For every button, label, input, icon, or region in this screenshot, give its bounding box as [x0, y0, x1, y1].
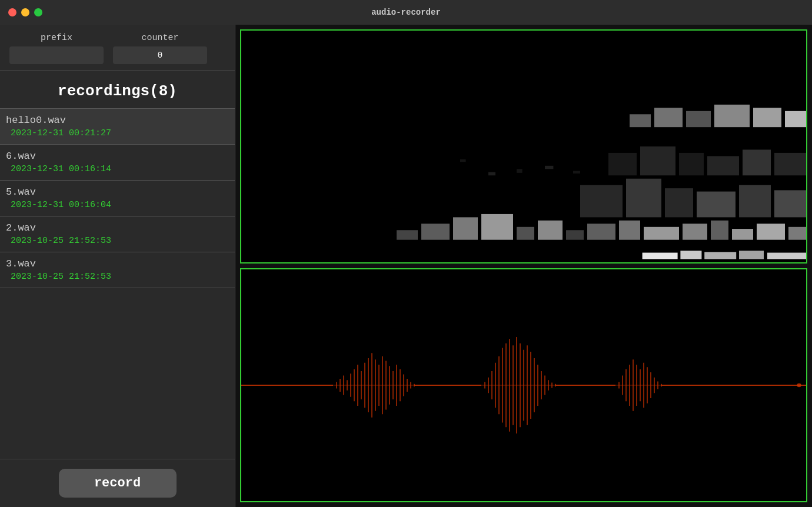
svg-rect-34 [643, 253, 678, 259]
prefix-group: prefix [9, 33, 104, 64]
svg-rect-27 [774, 153, 806, 175]
window-controls [8, 8, 42, 16]
maximize-button[interactable] [34, 8, 42, 16]
prefix-input[interactable] [9, 46, 104, 64]
main-content: prefix counter recordings(8) hello0.wav2… [0, 25, 812, 507]
svg-rect-18 [665, 188, 693, 217]
recording-date: 2023-10-25 21:52:53 [6, 236, 225, 246]
recording-item[interactable]: 5.wav2023-12-31 00:16:04 [0, 181, 235, 216]
recordings-list: hello0.wav2023-12-31 00:21:276.wav2023-1… [0, 109, 235, 459]
svg-rect-31 [714, 105, 750, 127]
svg-rect-9 [619, 221, 640, 240]
counter-group: counter [113, 33, 207, 64]
svg-rect-8 [587, 224, 615, 239]
svg-rect-6 [538, 221, 563, 240]
recording-name: hello0.wav [6, 115, 225, 126]
svg-rect-28 [630, 114, 651, 127]
recording-name: 3.wav [6, 258, 225, 269]
svg-rect-30 [686, 111, 711, 127]
svg-rect-37 [739, 251, 764, 259]
recording-item[interactable]: 3.wav2023-10-25 21:52:53 [0, 252, 235, 288]
svg-rect-25 [707, 156, 739, 175]
svg-rect-4 [481, 214, 513, 240]
right-panel [235, 25, 812, 507]
svg-rect-29 [654, 108, 683, 127]
record-button[interactable]: record [59, 469, 177, 498]
minimize-button[interactable] [21, 8, 29, 16]
record-btn-container: record [0, 459, 235, 507]
recording-name: 6.wav [6, 151, 225, 162]
recording-name: 2.wav [6, 222, 225, 234]
svg-rect-19 [697, 192, 736, 218]
svg-rect-36 [704, 252, 736, 259]
svg-rect-26 [743, 149, 771, 175]
svg-rect-40 [488, 172, 495, 175]
svg-rect-15 [788, 227, 806, 240]
svg-rect-35 [680, 251, 701, 259]
close-button[interactable] [8, 8, 16, 16]
spectrogram-panel [240, 29, 807, 263]
svg-rect-17 [626, 179, 661, 218]
svg-rect-32 [753, 108, 781, 127]
svg-rect-39 [460, 159, 466, 162]
recording-date: 2023-12-31 00:16:14 [6, 164, 225, 174]
svg-rect-12 [711, 221, 728, 240]
app-title: audio-recorder [371, 8, 441, 17]
svg-rect-2 [421, 224, 450, 239]
recording-item[interactable]: 2.wav2023-10-25 21:52:53 [0, 216, 235, 252]
svg-rect-43 [573, 171, 580, 174]
counter-label: counter [113, 33, 207, 43]
svg-rect-42 [545, 166, 553, 169]
recording-item[interactable]: 6.wav2023-12-31 00:16:14 [0, 145, 235, 181]
svg-rect-24 [679, 153, 704, 175]
prefix-label: prefix [9, 33, 104, 43]
waveform-svg [241, 269, 806, 501]
svg-rect-41 [517, 169, 523, 173]
svg-rect-21 [774, 190, 806, 217]
recording-date: 2023-12-31 00:21:27 [6, 128, 225, 138]
svg-point-164 [797, 383, 801, 388]
svg-rect-10 [644, 227, 679, 240]
sidebar-header: prefix counter [0, 25, 235, 71]
svg-rect-16 [580, 185, 623, 218]
svg-rect-23 [640, 146, 675, 175]
waveform-panel [240, 268, 807, 502]
svg-rect-33 [785, 111, 806, 127]
titlebar: audio-recorder [0, 0, 812, 25]
recording-date: 2023-10-25 21:52:53 [6, 272, 225, 282]
svg-rect-38 [767, 253, 806, 259]
svg-rect-7 [566, 230, 584, 239]
svg-rect-3 [453, 217, 478, 239]
recording-item[interactable]: hello0.wav2023-12-31 00:21:27 [0, 109, 235, 145]
svg-rect-13 [732, 229, 753, 240]
svg-rect-1 [397, 230, 418, 239]
svg-rect-5 [517, 227, 534, 240]
svg-rect-20 [739, 185, 771, 218]
svg-rect-14 [757, 224, 785, 239]
recording-name: 5.wav [6, 186, 225, 198]
counter-input[interactable] [113, 46, 207, 64]
svg-rect-22 [608, 153, 637, 175]
spectrogram-svg [241, 31, 806, 262]
recordings-title: recordings(8) [0, 71, 235, 109]
recording-date: 2023-12-31 00:16:04 [6, 200, 225, 210]
sidebar: prefix counter recordings(8) hello0.wav2… [0, 25, 235, 507]
svg-rect-11 [683, 224, 707, 239]
